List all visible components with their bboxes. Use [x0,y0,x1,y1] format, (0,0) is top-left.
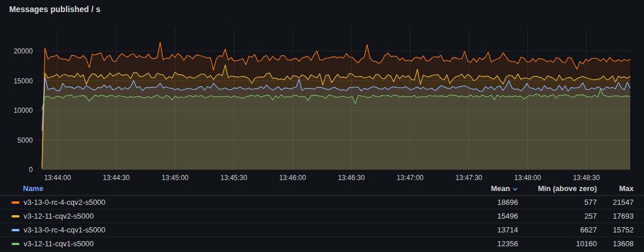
svg-text:13:44:30: 13:44:30 [103,174,130,182]
legend-header-row: Name Mean Min (above zero) Max [0,182,644,196]
svg-text:13:46:00: 13:46:00 [279,174,306,182]
legend-header-max-label: Max [619,184,634,193]
series-color-swatch[interactable] [12,243,20,245]
series-min-value: 257 [518,212,597,220]
y-axis-labels: 05000100001500020000 [14,47,33,174]
series-mean-value: 12356 [449,239,518,248]
legend-table: Name Mean Min (above zero) Max v3-13-0-r… [0,182,644,251]
series-min-value: 577 [518,198,597,207]
svg-text:13:48:30: 13:48:30 [573,174,600,182]
series-min-value: 6627 [518,226,597,234]
legend-row: v3-13-0-rc-4-cqv2-s5000 18696 577 21547 [0,196,644,209]
legend-row: v3-12-11-cqv1-s5000 12356 10160 13608 [0,237,644,251]
svg-text:13:48:00: 13:48:00 [514,174,541,182]
svg-text:13:45:00: 13:45:00 [162,174,189,182]
legend-row: v3-13-0-rc-4-cqv1-s5000 13714 6627 15752 [0,223,644,237]
series-name[interactable]: v3-12-11-cqv1-s5000 [24,239,94,248]
series-max-value: 21547 [597,198,634,207]
sort-desc-icon [512,187,518,192]
legend-header-mean[interactable]: Mean [449,184,518,193]
series-min-value: 10160 [518,239,597,248]
svg-text:15000: 15000 [14,77,33,85]
series-name[interactable]: v3-12-11-cqv2-s5000 [24,212,94,220]
legend-row: v3-12-11-cqv2-s5000 15496 257 17693 [0,209,644,223]
series-color-swatch[interactable] [12,201,20,204]
legend-header-name[interactable]: Name [12,184,449,193]
x-axis-labels: 13:44:0013:44:3013:45:0013:45:3013:46:00… [44,174,600,182]
legend-header-mean-label: Mean [491,184,510,193]
legend-header-min-label: Min (above zero) [538,184,597,193]
series-max-value: 17693 [597,212,634,220]
legend-header-max[interactable]: Max [597,184,634,193]
grafana-panel: Messages published / s 05000100001500020… [0,0,644,252]
svg-text:5000: 5000 [17,136,33,144]
legend-header-min[interactable]: Min (above zero) [518,184,597,193]
series-max-value: 15752 [597,226,634,234]
series-color-swatch[interactable] [12,215,20,217]
series-mean-value: 13714 [449,226,518,234]
svg-text:13:47:00: 13:47:00 [397,174,424,182]
series-mean-value: 18696 [449,198,518,207]
series-name[interactable]: v3-13-0-rc-4-cqv2-s5000 [24,198,105,207]
svg-text:13:45:30: 13:45:30 [220,174,247,182]
series-mean-value: 15496 [449,212,518,220]
timeseries-chart[interactable]: 0500010000150002000013:44:0013:44:3013:4… [0,0,644,182]
series-max-value: 13608 [597,239,634,248]
svg-text:13:47:30: 13:47:30 [455,174,482,182]
svg-text:20000: 20000 [14,47,33,55]
svg-text:13:44:00: 13:44:00 [44,174,71,182]
svg-text:10000: 10000 [14,106,33,114]
svg-text:13:46:30: 13:46:30 [338,174,365,182]
series-name[interactable]: v3-13-0-rc-4-cqv1-s5000 [24,226,105,234]
svg-text:0: 0 [29,166,33,174]
legend-header-name-label: Name [23,184,43,193]
series-fills [42,42,630,170]
series-color-swatch[interactable] [12,229,20,231]
